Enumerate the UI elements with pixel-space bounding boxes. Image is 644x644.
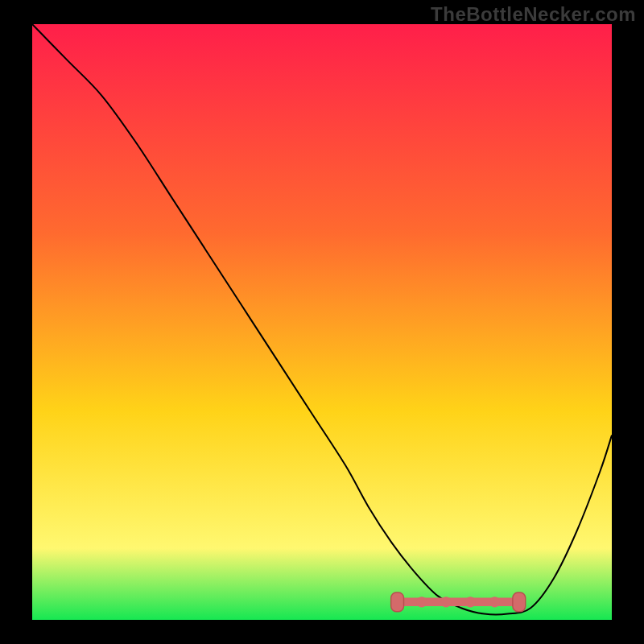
svg-rect-2: [513, 592, 526, 612]
svg-point-5: [465, 597, 476, 607]
chart-frame: TheBottleNecker.com: [0, 0, 644, 644]
svg-point-4: [441, 597, 452, 607]
svg-rect-0: [398, 598, 519, 606]
gradient-background: [32, 24, 612, 620]
svg-rect-1: [391, 592, 404, 612]
bottleneck-chart: [32, 24, 612, 620]
watermark-text: TheBottleNecker.com: [431, 3, 636, 26]
svg-point-6: [489, 597, 500, 607]
svg-point-3: [416, 597, 427, 607]
